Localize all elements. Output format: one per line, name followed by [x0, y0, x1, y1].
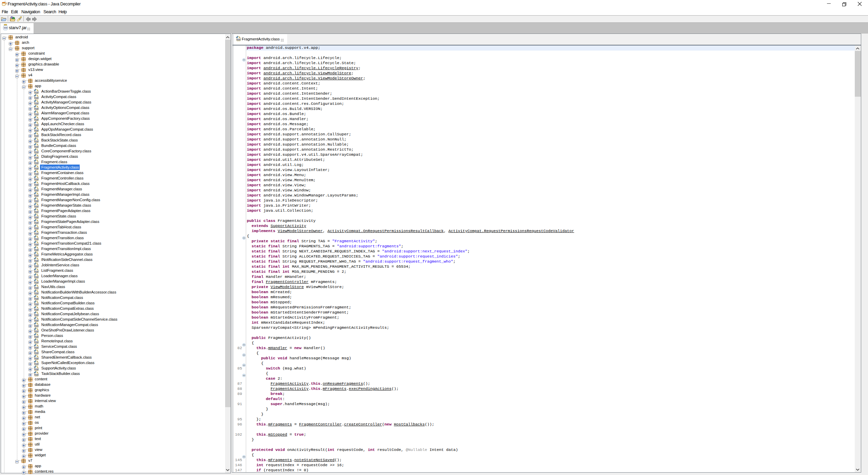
svg-text:010: 010 — [34, 260, 38, 262]
svg-text:010: 010 — [34, 292, 38, 294]
svg-text:010: 010 — [34, 374, 38, 376]
svg-text:010: 010 — [34, 346, 38, 349]
svg-text:010: 010 — [34, 287, 38, 289]
svg-text:010: 010 — [34, 265, 38, 267]
svg-text:010: 010 — [34, 227, 38, 229]
svg-text:010: 010 — [34, 184, 38, 186]
svg-text:010: 010 — [34, 357, 38, 360]
svg-text:010: 010 — [34, 189, 38, 191]
svg-text:010: 010 — [34, 124, 38, 126]
svg-text:010: 010 — [34, 281, 38, 284]
svg-text:010: 010 — [34, 303, 38, 305]
svg-text:010: 010 — [34, 232, 38, 235]
svg-text:010: 010 — [34, 140, 38, 142]
svg-text:010: 010 — [34, 178, 38, 180]
svg-text:010: 010 — [34, 238, 38, 240]
svg-text:010: 010 — [34, 205, 38, 208]
svg-text:010: 010 — [34, 254, 38, 256]
svg-text:010: 010 — [34, 173, 38, 175]
svg-text:010: 010 — [34, 325, 38, 327]
svg-text:010: 010 — [237, 38, 241, 41]
svg-text:010: 010 — [34, 91, 38, 94]
svg-text:010: 010 — [34, 298, 38, 300]
svg-text:010: 010 — [4, 27, 7, 29]
svg-text:010: 010 — [34, 276, 38, 278]
svg-text:010: 010 — [34, 249, 38, 251]
svg-text:010: 010 — [34, 222, 38, 224]
svg-text:010: 010 — [34, 102, 38, 104]
svg-text:010: 010 — [34, 352, 38, 354]
svg-text:010: 010 — [34, 194, 38, 197]
svg-text:010: 010 — [34, 308, 38, 311]
svg-text:010: 010 — [34, 129, 38, 132]
svg-text:010: 010 — [34, 113, 38, 115]
svg-text:010: 010 — [34, 341, 38, 343]
svg-text:010: 010 — [34, 363, 38, 365]
svg-text:010: 010 — [34, 368, 38, 370]
svg-text:010: 010 — [34, 135, 38, 137]
svg-text:010: 010 — [34, 216, 38, 218]
svg-text:010: 010 — [34, 243, 38, 246]
svg-text:010: 010 — [34, 270, 38, 273]
svg-text:010: 010 — [34, 146, 38, 148]
svg-text:010: 010 — [34, 200, 38, 202]
svg-text:010: 010 — [34, 211, 38, 213]
svg-text:010: 010 — [34, 167, 38, 170]
svg-text:010: 010 — [34, 330, 38, 332]
svg-text:010: 010 — [34, 162, 38, 164]
svg-text:010: 010 — [34, 97, 38, 99]
svg-text:010: 010 — [34, 118, 38, 121]
svg-text:010: 010 — [34, 108, 38, 110]
svg-text:010: 010 — [34, 151, 38, 153]
svg-text:010: 010 — [34, 314, 38, 316]
svg-text:010: 010 — [34, 156, 38, 159]
svg-text:010: 010 — [34, 336, 38, 338]
svg-text:010: 010 — [34, 319, 38, 322]
